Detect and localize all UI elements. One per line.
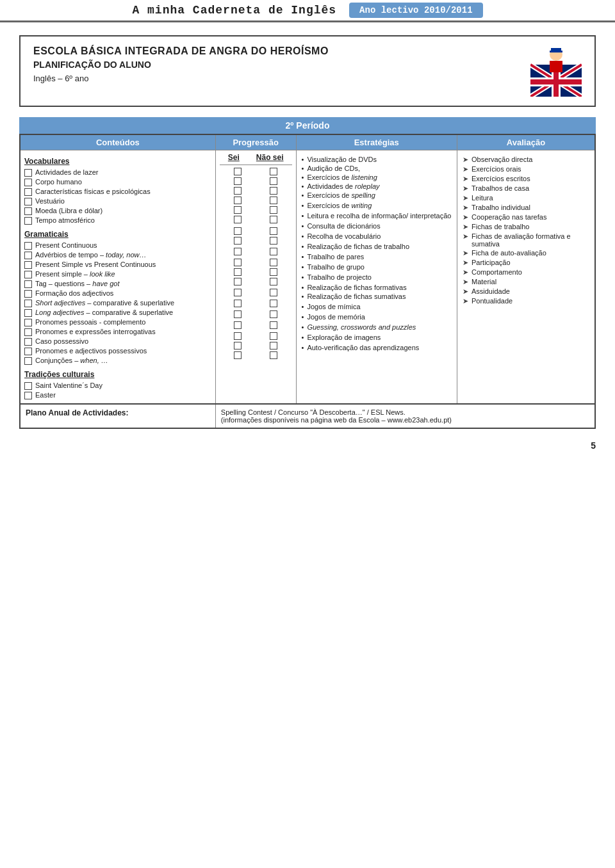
- nao-sei-check[interactable]: [270, 197, 277, 204]
- item-label: Easter: [35, 391, 56, 399]
- sei-check[interactable]: [234, 268, 242, 276]
- sei-check[interactable]: [234, 321, 242, 329]
- arrow-icon: ➤: [463, 287, 468, 296]
- sei-check[interactable]: [234, 248, 242, 255]
- arrow-icon: ➤: [463, 184, 468, 193]
- checkbox[interactable]: [24, 188, 32, 196]
- school-name: ESCOLA BÁSICA INTEGRADA DE ANGRA DO HERO…: [33, 45, 329, 57]
- sei-check[interactable]: [234, 237, 242, 245]
- checkbox[interactable]: [24, 252, 32, 259]
- checkbox[interactable]: [24, 261, 32, 269]
- sei-check[interactable]: [234, 300, 242, 307]
- checkbox[interactable]: [24, 280, 32, 288]
- avaliacao-item: ➤ Observação directa: [463, 156, 589, 164]
- avaliacao-item: ➤ Exercícios orais: [463, 165, 589, 173]
- list-item: Short adjectives – comparative & superla…: [24, 299, 211, 307]
- checkbox[interactable]: [24, 169, 32, 177]
- estrategia-item: • Realização de fichas de trabalho: [302, 243, 452, 250]
- list-item: Present simple – look like: [24, 270, 211, 278]
- nao-sei-check[interactable]: [270, 268, 277, 276]
- svg-rect-10: [550, 61, 562, 72]
- nao-sei-check[interactable]: [270, 289, 277, 296]
- list-item: Advérbios de tempo – today, now…: [24, 251, 211, 259]
- arrow-icon: ➤: [463, 268, 468, 277]
- sei-check[interactable]: [234, 187, 242, 195]
- checkbox[interactable]: [24, 357, 32, 365]
- list-item: Easter: [24, 391, 211, 399]
- checkbox[interactable]: [24, 309, 32, 317]
- checkbox[interactable]: [24, 271, 32, 278]
- checkbox[interactable]: [24, 348, 32, 355]
- footer-label-cell: Plano Anual de Actividades:: [20, 404, 215, 428]
- footer-row: Plano Anual de Actividades: Spelling Con…: [20, 404, 595, 428]
- nao-sei-check[interactable]: [270, 332, 277, 340]
- list-item: Actividades de lazer: [24, 168, 211, 177]
- nao-sei-check[interactable]: [270, 259, 277, 266]
- prog-row: [220, 351, 292, 359]
- sei-check[interactable]: [234, 289, 242, 296]
- checkbox[interactable]: [24, 319, 32, 326]
- checkbox[interactable]: [24, 198, 32, 205]
- sei-check[interactable]: [234, 206, 242, 214]
- nao-sei-check[interactable]: [270, 177, 277, 185]
- header-title: A minha Caderneta de Inglês: [132, 4, 336, 17]
- item-label: Moeda (Libra e dólar): [35, 207, 102, 214]
- avaliacao-item: ➤ Fichas de trabalho: [463, 223, 589, 231]
- sei-check[interactable]: [234, 227, 242, 235]
- sei-check[interactable]: [234, 216, 242, 223]
- estrategia-item: • Jogos de memória: [302, 313, 452, 321]
- nao-sei-check[interactable]: [270, 237, 277, 245]
- checkbox[interactable]: [24, 242, 32, 250]
- nao-sei-check[interactable]: [270, 278, 277, 285]
- list-item: Present Simple vs Present Continuous: [24, 261, 211, 269]
- prog-row: [220, 289, 292, 296]
- bullet-icon: •: [302, 344, 304, 351]
- prog-row: [220, 248, 292, 255]
- item-label: Pronomes e expressões interrogativas: [35, 328, 156, 335]
- checkbox[interactable]: [24, 300, 32, 307]
- nao-sei-check[interactable]: [270, 216, 277, 223]
- item-label: Present simple – look like: [35, 270, 115, 278]
- checkbox[interactable]: [24, 290, 32, 298]
- sei-check[interactable]: [234, 310, 242, 318]
- estrategia-item: • Actividades de roleplay: [302, 182, 452, 190]
- sei-check[interactable]: [234, 168, 242, 175]
- item-label: Corpo humano: [35, 178, 82, 186]
- nao-sei-check[interactable]: [270, 187, 277, 195]
- checkbox[interactable]: [24, 392, 32, 399]
- arrow-icon: ➤: [463, 278, 468, 286]
- prog-row: [220, 268, 292, 276]
- checkbox[interactable]: [24, 217, 32, 225]
- sei-check[interactable]: [234, 259, 242, 266]
- school-logo: [530, 45, 582, 97]
- checkbox[interactable]: [24, 179, 32, 186]
- nao-sei-check[interactable]: [270, 300, 277, 307]
- sei-check[interactable]: [234, 197, 242, 204]
- nao-sei-check[interactable]: [270, 342, 277, 350]
- sei-check[interactable]: [234, 278, 242, 285]
- nao-sei-check[interactable]: [270, 227, 277, 235]
- sei-check[interactable]: [234, 342, 242, 350]
- estrategia-item: • Auto-verificação das aprendizagens: [302, 344, 452, 351]
- nao-sei-check[interactable]: [270, 351, 277, 359]
- nao-sei-check[interactable]: [270, 321, 277, 329]
- list-item: Long adjectives – comparative & superlat…: [24, 309, 211, 317]
- checkbox[interactable]: [24, 338, 32, 346]
- sei-check[interactable]: [234, 332, 242, 340]
- col-header-avaliacao: Avaliação: [457, 134, 595, 150]
- sei-check[interactable]: [234, 177, 242, 185]
- checkbox[interactable]: [24, 207, 32, 215]
- prog-row: [220, 177, 292, 185]
- bullet-icon: •: [302, 263, 304, 271]
- nao-sei-check[interactable]: [270, 310, 277, 318]
- estrategia-item: • Trabalho de grupo: [302, 263, 452, 271]
- nao-sei-check[interactable]: [270, 168, 277, 175]
- nao-sei-check[interactable]: [270, 206, 277, 214]
- checkbox[interactable]: [24, 328, 32, 336]
- main-content-row: Vocabulares Actividades de lazer Corpo h…: [20, 150, 595, 405]
- estrategia-item: • Realização de fichas sumativas: [302, 293, 452, 300]
- nao-sei-check[interactable]: [270, 248, 277, 255]
- sei-check[interactable]: [234, 351, 242, 359]
- checkbox[interactable]: [24, 382, 32, 390]
- sei-label: Sei: [228, 153, 240, 162]
